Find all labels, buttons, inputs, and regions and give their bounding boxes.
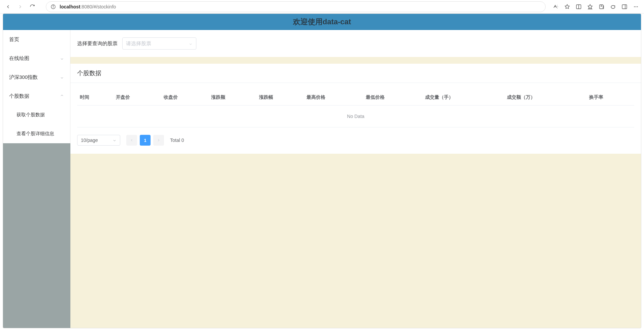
col-low: 最低价格 [363,90,422,106]
stock-select[interactable]: 请选择股票 [122,37,196,50]
col-high: 最高价格 [304,90,363,106]
col-change-pct: 涨跌幅 [256,90,304,106]
sidebar-item-label: 沪深300指数 [9,74,38,81]
svg-point-14 [637,6,638,7]
sidebar-item-label: 查看个股详细信息 [17,131,54,137]
pagination-total: Total 0 [170,138,184,143]
table-header-row: 时间 开盘价 收盘价 涨跌额 涨跌幅 最高价格 最低价格 成交量（手） 成交额（… [77,90,634,106]
filter-bar: 选择要查询的股票 请选择股票 [70,30,641,57]
app-title: 欢迎使用data-cat [293,17,351,27]
select-placeholder: 请选择股票 [126,40,151,47]
sidebar-item-index300[interactable]: 沪深300指数 [3,68,70,87]
filter-label: 选择要查询的股票 [77,40,118,47]
pager-prev-button[interactable] [126,135,137,146]
svg-rect-10 [622,5,627,9]
svg-point-12 [634,6,635,7]
read-aloud-icon[interactable] [551,2,560,11]
chevron-down-icon [189,41,193,46]
col-turnover: 换手率 [586,90,634,106]
collections-icon[interactable] [597,2,606,11]
browser-chrome: localhost:8080/#/stockinfo [0,0,644,13]
pager-page-1[interactable]: 1 [140,135,151,146]
url-path: :8080/#/stockinfo [80,4,116,9]
stock-table: 时间 开盘价 收盘价 涨跌额 涨跌幅 最高价格 最低价格 成交量（手） 成交额（… [77,90,634,127]
col-open: 开盘价 [113,90,161,106]
col-change: 涨跌额 [208,90,256,106]
url-text: localhost:8080/#/stockinfo [60,4,116,9]
sidebar-submenu: 获取个股数据 查看个股详细信息 [3,106,70,143]
panel-title: 个股数据 [70,64,641,83]
sidebar-item-label: 获取个股数据 [17,112,45,118]
col-close: 收盘价 [161,90,208,106]
star-icon[interactable] [562,2,572,11]
pagination: 10/page 1 Total 0 [70,127,641,154]
no-data-text: No Data [77,106,634,127]
favorites-icon[interactable] [585,2,595,11]
split-screen-icon[interactable] [574,2,583,11]
stock-data-panel: 个股数据 时间 开盘价 收盘价 涨跌额 涨跌幅 最高价格 最低价格 [70,64,641,154]
app-header: 欢迎使用data-cat [3,14,641,30]
sidebar-subitem-fetch-stock[interactable]: 获取个股数据 [3,106,70,124]
col-volume: 成交量（手） [422,90,505,106]
col-amount: 成交额（万） [504,90,586,106]
url-host: localhost [60,4,80,9]
chevron-down-icon [112,138,117,142]
pager: 1 [126,135,164,146]
page-size-label: 10/page [81,138,98,143]
sidebar-subitem-view-stock-detail[interactable]: 查看个股详细信息 [3,124,70,143]
table-empty-row: No Data [77,106,634,127]
sidebar-item-label: 个股数据 [9,93,29,99]
browser-forward-button[interactable] [15,2,25,11]
sidebar-item-stock-data[interactable]: 个股数据 [3,87,70,106]
chevron-down-icon [60,75,64,79]
more-icon[interactable] [631,2,641,11]
browser-refresh-button[interactable] [28,2,37,11]
svg-point-13 [636,6,636,7]
page-size-select[interactable]: 10/page [77,135,120,146]
app-viewport: 欢迎使用data-cat 首页 在线绘图 沪深300指数 [3,13,641,328]
browser-address-bar[interactable]: localhost:8080/#/stockinfo [46,1,546,12]
sidebar-item-label: 在线绘图 [9,55,29,62]
chevron-up-icon [60,94,64,98]
browser-back-button[interactable] [3,2,13,11]
sidebar-toggle-icon[interactable] [620,2,629,11]
col-time: 时间 [77,90,113,106]
site-info-icon[interactable] [50,4,56,10]
sidebar-item-label: 首页 [9,36,19,43]
pager-next-button[interactable] [153,135,164,146]
sidebar-item-online-chart[interactable]: 在线绘图 [3,49,70,68]
main-content: 选择要查询的股票 请选择股票 个股数据 时间 开盘价 [70,30,641,328]
sidebar-item-home[interactable]: 首页 [3,30,70,49]
svg-point-2 [53,5,53,6]
chevron-down-icon [60,56,64,60]
sidebar: 首页 在线绘图 沪深300指数 [3,30,70,328]
sidebar-menu: 首页 在线绘图 沪深300指数 [3,30,70,143]
performance-icon[interactable] [608,2,618,11]
